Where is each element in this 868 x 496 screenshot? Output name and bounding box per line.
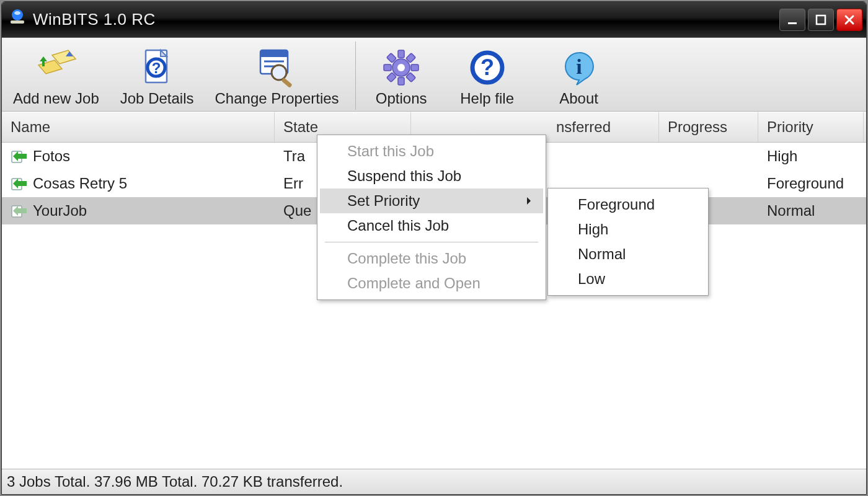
toolbar-label: Change Properties bbox=[215, 90, 339, 107]
status-bar: 3 Jobs Total. 37.96 MB Total. 70.27 KB t… bbox=[2, 469, 866, 494]
svg-point-1 bbox=[14, 11, 20, 15]
priority-high[interactable]: High bbox=[551, 217, 706, 242]
status-text: 3 Jobs Total. 37.96 MB Total. 70.27 KB t… bbox=[7, 473, 343, 490]
job-name: Cosas Retry 5 bbox=[33, 175, 127, 192]
svg-rect-14 bbox=[260, 50, 288, 57]
priority-submenu: Foreground High Normal Low bbox=[547, 188, 709, 296]
toolbar-label: Help file bbox=[460, 90, 514, 107]
svg-rect-2 bbox=[11, 20, 24, 24]
col-priority[interactable]: Priority bbox=[758, 112, 864, 142]
toolbar-label: Job Details bbox=[120, 90, 194, 107]
menu-start-job: Start this Job bbox=[320, 139, 543, 164]
job-priority: High bbox=[758, 148, 864, 165]
info-bubble-icon: i bbox=[560, 45, 598, 90]
svg-text:?: ? bbox=[152, 60, 161, 76]
job-idle-icon bbox=[11, 202, 28, 219]
job-context-menu: Start this Job Suspend this Job Set Prio… bbox=[317, 135, 546, 300]
change-properties-button[interactable]: Change Properties bbox=[210, 42, 344, 110]
help-icon: ? bbox=[469, 45, 506, 90]
document-question-icon: ? bbox=[140, 45, 174, 90]
app-icon bbox=[8, 8, 27, 31]
envelope-add-icon bbox=[33, 45, 78, 90]
help-file-button[interactable]: ? Help file bbox=[447, 42, 528, 110]
col-progress[interactable]: Progress bbox=[659, 112, 758, 142]
submenu-arrow-icon bbox=[527, 197, 534, 205]
job-name: Fotos bbox=[33, 148, 70, 165]
menu-complete-open: Complete and Open bbox=[320, 271, 543, 296]
menu-set-priority[interactable]: Set Priority bbox=[320, 188, 543, 213]
job-name: YourJob bbox=[33, 202, 87, 219]
toolbar-label: Options bbox=[376, 90, 427, 107]
menu-separator bbox=[325, 242, 538, 242]
close-button[interactable] bbox=[836, 9, 862, 31]
priority-foreground[interactable]: Foreground bbox=[551, 192, 706, 217]
col-name[interactable]: Name bbox=[2, 112, 275, 142]
menu-complete-job: Complete this Job bbox=[320, 246, 543, 271]
job-priority: Foreground bbox=[758, 175, 864, 192]
add-new-job-button[interactable]: Add new Job bbox=[8, 42, 104, 110]
menu-suspend-job[interactable]: Suspend this Job bbox=[320, 164, 543, 188]
svg-text:?: ? bbox=[480, 55, 494, 80]
svg-rect-3 bbox=[788, 22, 797, 24]
window-title: WinBITS 1.0 RC bbox=[33, 10, 156, 29]
gear-icon bbox=[381, 45, 421, 90]
maximize-button[interactable] bbox=[808, 9, 834, 31]
menu-cancel-job[interactable]: Cancel this Job bbox=[320, 213, 543, 238]
about-button[interactable]: i About bbox=[539, 42, 619, 110]
minimize-button[interactable] bbox=[779, 9, 805, 31]
toolbar-label: About bbox=[559, 90, 598, 107]
svg-point-21 bbox=[397, 64, 405, 71]
job-priority: Normal bbox=[758, 202, 864, 219]
toolbar-label: Add new Job bbox=[13, 90, 99, 107]
job-active-icon bbox=[11, 148, 28, 165]
svg-rect-20 bbox=[398, 50, 404, 58]
svg-rect-4 bbox=[817, 16, 825, 24]
svg-point-17 bbox=[272, 65, 286, 80]
options-button[interactable]: Options bbox=[355, 42, 436, 110]
title-bar: WinBITS 1.0 RC bbox=[2, 2, 866, 38]
col-transferred[interactable]: nsferred bbox=[547, 112, 659, 142]
toolbar: Add new Job ? Job Details bbox=[2, 38, 866, 112]
svg-rect-18 bbox=[281, 78, 292, 87]
properties-magnify-icon bbox=[255, 45, 299, 90]
app-window: WinBITS 1.0 RC Add new Job bbox=[1, 1, 867, 495]
priority-low[interactable]: Low bbox=[551, 267, 706, 291]
job-active-icon bbox=[11, 175, 28, 192]
svg-text:i: i bbox=[576, 55, 582, 78]
job-details-button[interactable]: ? Job Details bbox=[115, 42, 199, 110]
priority-normal[interactable]: Normal bbox=[551, 242, 706, 267]
